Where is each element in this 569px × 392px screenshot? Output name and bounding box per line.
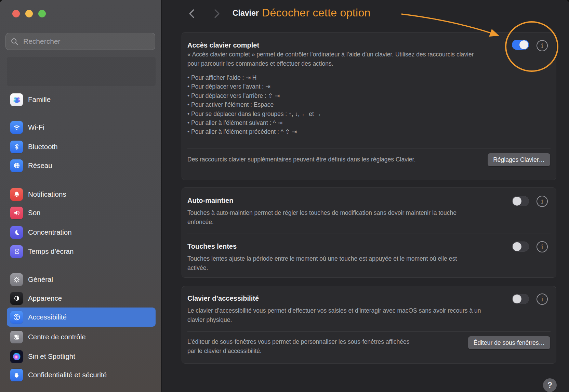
sidebar-item-label: Général: [28, 275, 53, 284]
sidebar-item-label: Centre de contrôle: [28, 333, 86, 341]
info-glyph: i: [541, 198, 543, 205]
auto-maintien-toggle[interactable]: [512, 196, 529, 206]
siri-icon: [10, 350, 23, 363]
toggle-knob: [513, 242, 521, 251]
annotation-text: Décocher cette option: [262, 6, 371, 19]
divider: [187, 234, 551, 234]
sidebar-item-apparence[interactable]: Apparence: [7, 289, 156, 308]
sidebar-item-label: Son: [28, 209, 40, 217]
apple-id-area[interactable]: [7, 57, 156, 86]
divider: [187, 331, 551, 332]
shortcut-item: • Pour afficher l’aide : ⇥ H: [187, 73, 321, 82]
question-mark-icon: ?: [547, 381, 552, 390]
card-title-acces-clavier-complet: Accès clavier complet: [187, 41, 259, 49]
sidebar-item-general[interactable]: Général: [7, 270, 156, 289]
forward-button[interactable]: [213, 9, 221, 19]
hand-icon: [10, 369, 23, 381]
touches-lentes-toggle[interactable]: [512, 241, 529, 252]
search-input[interactable]: [23, 37, 140, 46]
info-glyph: i: [541, 42, 543, 49]
divider: [187, 148, 551, 148]
shortcut-item: • Pour aller à l’élément précédent : ^ ⇧…: [187, 127, 321, 136]
globe-icon: [10, 159, 23, 172]
card-title-clavier-accessibilite: Clavier d’accessibilité: [187, 295, 259, 302]
sidebar-item-label: Wi-Fi: [28, 123, 44, 131]
sidebar-item-label: Temps d’écran: [28, 247, 74, 256]
card-description: Touches à auto-maintien permet de régler…: [187, 208, 468, 226]
sidebar-item-label: Famille: [28, 95, 51, 104]
panel-editor-note: L’éditeur de sous-fenêtres vous permet d…: [187, 337, 410, 356]
sidebar-item-label: Siri et Spotlight: [28, 352, 75, 361]
accessibility-keyboard-card: Clavier d’accessibilité Le clavier d’acc…: [182, 286, 556, 364]
sidebar-item-siri-et-spotlight[interactable]: Siri et Spotlight: [7, 347, 156, 366]
full-keyboard-access-card: Accès clavier complet « Accès clavier co…: [182, 32, 556, 180]
shortcut-item: • Pour se déplacer dans les groupes : ↑,…: [187, 109, 321, 118]
sidebar-item-label: Accessibilité: [28, 313, 67, 321]
search-icon: [10, 37, 19, 46]
speaker-icon: [10, 207, 23, 219]
help-button[interactable]: ?: [543, 378, 557, 392]
family-icon: [10, 93, 23, 106]
card-description: Touches lentes ajuste la période entre l…: [187, 254, 465, 272]
hourglass-icon: [10, 245, 23, 258]
wifi-icon: [10, 121, 23, 134]
sidebar-item-concentration[interactable]: Concentration: [7, 223, 156, 242]
full-keyboard-access-toggle[interactable]: [512, 40, 529, 50]
info-glyph: i: [541, 296, 543, 302]
keyboard-settings-button[interactable]: Réglages Clavier…: [488, 153, 550, 166]
card-description: « Accès clavier complet » permet de cont…: [187, 50, 484, 68]
sidebar: Famille Wi-Fi Bluetooth: [0, 0, 162, 392]
sidebar-item-label: Apparence: [28, 294, 62, 302]
shortcut-item: • Pour activer l’élément : Espace: [187, 100, 321, 109]
sidebar-item-label: Confidentialité et sécurité: [28, 371, 107, 379]
toggle-knob: [513, 295, 521, 303]
sidebar-item-label: Bluetooth: [28, 143, 58, 151]
bell-icon: [10, 188, 23, 201]
appearance-icon: [10, 292, 23, 305]
search-field[interactable]: [5, 33, 155, 50]
sticky-slow-keys-card: Auto-maintien Touches à auto-maintien pe…: [182, 187, 556, 278]
shortcut-item: • Pour aller à l’élément suivant : ^ ⇥: [187, 118, 321, 127]
panel-editor-button[interactable]: Éditeur de sous-fenêtres…: [468, 336, 550, 349]
minimize-button[interactable]: [25, 10, 33, 17]
shortcut-list: • Pour afficher l’aide : ⇥ H • Pour dépl…: [187, 73, 321, 136]
back-button[interactable]: [188, 9, 196, 19]
page-title: Clavier: [233, 9, 259, 18]
sidebar-item-son[interactable]: Son: [7, 203, 156, 222]
card-title-touches-lentes: Touches lentes: [187, 243, 237, 250]
sidebar-item-temps-decran[interactable]: Temps d’écran: [7, 242, 156, 261]
system-settings-window: Famille Wi-Fi Bluetooth: [0, 0, 569, 392]
auto-maintien-info-icon[interactable]: i: [537, 196, 548, 207]
toggle-knob: [513, 197, 521, 206]
full-keyboard-access-info-icon[interactable]: i: [537, 40, 548, 51]
sidebar-item-label: Concentration: [28, 228, 72, 236]
sidebar-item-reseau[interactable]: Réseau: [7, 156, 156, 175]
sidebar-item-label: Notifications: [28, 190, 66, 198]
clavier-accessibilite-info-icon[interactable]: i: [537, 293, 548, 305]
shortcut-item: • Pour déplacer vers l’arrière : ⇧ ⇥: [187, 91, 321, 100]
sidebar-item-label: Réseau: [28, 161, 52, 170]
clavier-accessibilite-toggle[interactable]: [512, 294, 529, 304]
bluetooth-icon: [10, 141, 23, 153]
info-glyph: i: [541, 244, 543, 250]
sidebar-item-centre-de-controle[interactable]: Centre de contrôle: [7, 327, 156, 347]
sidebar-item-accessibilite[interactable]: Accessibilité: [7, 308, 156, 327]
card-title-auto-maintien: Auto-maintien: [187, 197, 233, 205]
sidebar-item-bluetooth[interactable]: Bluetooth: [7, 137, 156, 156]
card-description: Le clavier d’accessibilité vous permet d…: [187, 306, 484, 324]
toggle-knob: [519, 40, 528, 49]
sidebar-item-confidentialite-et-securite[interactable]: Confidentialité et sécurité: [7, 365, 156, 384]
touches-lentes-info-icon[interactable]: i: [537, 241, 548, 252]
sidebar-item-famille[interactable]: Famille: [7, 90, 156, 109]
moon-icon: [10, 226, 23, 239]
sidebar-item-wifi[interactable]: Wi-Fi: [7, 118, 156, 137]
accessibility-icon: [10, 311, 23, 324]
close-button[interactable]: [12, 10, 20, 17]
control-center-icon: [10, 331, 23, 343]
sidebar-item-notifications[interactable]: Notifications: [7, 185, 156, 204]
gear-icon: [10, 273, 23, 286]
zoom-button[interactable]: [38, 10, 46, 17]
keyboard-settings-note: Des raccourcis clavier supplémentaires p…: [187, 155, 417, 164]
shortcut-item: • Pour déplacer vers l’avant : ⇥: [187, 82, 321, 91]
